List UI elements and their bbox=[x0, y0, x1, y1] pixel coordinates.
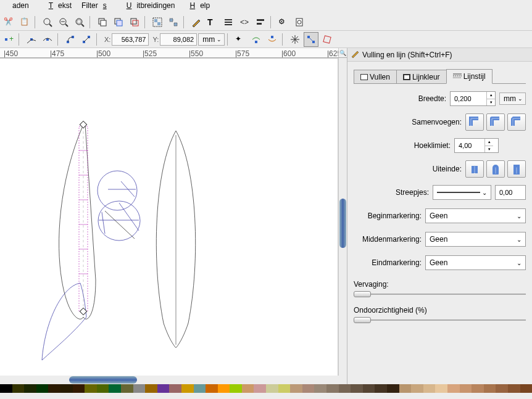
vertical-scrollbar[interactable] bbox=[338, 58, 347, 376]
zoom-fit-button[interactable] bbox=[56, 15, 71, 30]
color-swatch[interactable] bbox=[326, 384, 339, 393]
layers-button[interactable] bbox=[221, 15, 236, 30]
fill-stroke-button[interactable] bbox=[189, 15, 204, 30]
cut-button[interactable]: ✂️ bbox=[1, 15, 16, 30]
color-swatch[interactable] bbox=[0, 384, 12, 393]
text-button[interactable]: T bbox=[205, 15, 220, 30]
color-swatch[interactable] bbox=[133, 384, 146, 393]
group-button[interactable] bbox=[150, 15, 165, 30]
color-swatch[interactable] bbox=[242, 384, 254, 393]
menu-item[interactable]: aden bbox=[2, 0, 39, 14]
color-swatch[interactable] bbox=[145, 384, 157, 393]
align-button[interactable] bbox=[253, 15, 268, 30]
cap-butt-button[interactable] bbox=[465, 160, 484, 178]
transform-button[interactable] bbox=[288, 32, 302, 47]
color-swatch[interactable] bbox=[411, 384, 423, 393]
scrollbar-thumb[interactable] bbox=[69, 376, 137, 384]
color-swatch[interactable] bbox=[520, 384, 532, 393]
tab-fill[interactable]: Vullen bbox=[354, 70, 397, 83]
color-swatch[interactable] bbox=[12, 384, 25, 393]
color-swatch[interactable] bbox=[278, 384, 291, 393]
color-swatch[interactable] bbox=[447, 384, 460, 393]
show-handles-button[interactable] bbox=[304, 32, 318, 47]
color-swatch[interactable] bbox=[387, 384, 399, 393]
zoom-corner-button[interactable]: 🔍 bbox=[338, 48, 347, 58]
color-swatch[interactable] bbox=[109, 384, 121, 393]
color-swatch[interactable] bbox=[24, 384, 36, 393]
mask-edit-button[interactable] bbox=[265, 32, 280, 47]
drawing-canvas[interactable] bbox=[0, 58, 338, 376]
color-swatch[interactable] bbox=[181, 384, 194, 393]
color-swatch[interactable] bbox=[399, 384, 412, 393]
color-swatch[interactable] bbox=[266, 384, 278, 393]
color-swatch[interactable] bbox=[290, 384, 302, 393]
paste-button[interactable]: 📋 bbox=[17, 15, 32, 30]
color-swatch[interactable] bbox=[339, 384, 351, 393]
color-swatch[interactable] bbox=[85, 384, 97, 393]
menu-item-filters[interactable]: Filters bbox=[77, 0, 117, 14]
color-swatch[interactable] bbox=[314, 384, 326, 393]
width-unit-select[interactable]: mm bbox=[499, 93, 526, 105]
color-swatch[interactable] bbox=[484, 384, 496, 393]
horizontal-scrollbar[interactable] bbox=[0, 376, 347, 384]
color-swatch[interactable] bbox=[121, 384, 133, 393]
to-line-button[interactable] bbox=[79, 32, 94, 47]
unit-select[interactable]: mm bbox=[198, 33, 225, 46]
join-bevel-button[interactable] bbox=[507, 113, 526, 131]
show-outline-button[interactable] bbox=[320, 32, 335, 47]
duplicate-button[interactable] bbox=[95, 15, 110, 30]
to-curve-button[interactable] bbox=[63, 32, 78, 47]
opacity-slider[interactable] bbox=[354, 317, 526, 323]
color-swatch[interactable] bbox=[435, 384, 447, 393]
join-miter-button[interactable] bbox=[465, 113, 484, 131]
unlink-button[interactable] bbox=[127, 15, 142, 30]
marker-start-select[interactable]: Geen bbox=[425, 208, 526, 223]
color-swatch[interactable] bbox=[73, 384, 85, 393]
tab-stroke-style[interactable]: Lijnstijl bbox=[446, 69, 493, 84]
marker-mid-select[interactable]: Geen bbox=[425, 232, 526, 247]
dash-offset-input[interactable] bbox=[495, 185, 526, 200]
clone-button[interactable] bbox=[111, 15, 126, 30]
y-input[interactable] bbox=[160, 33, 197, 46]
color-swatch[interactable] bbox=[194, 384, 206, 393]
menu-item-tekst[interactable]: Tekst bbox=[39, 0, 77, 14]
zoom-1-button[interactable] bbox=[40, 15, 55, 30]
color-swatch[interactable] bbox=[169, 384, 181, 393]
color-swatch[interactable] bbox=[36, 384, 49, 393]
cap-round-button[interactable] bbox=[486, 160, 505, 178]
node-corner-button[interactable] bbox=[24, 32, 39, 47]
color-swatch[interactable] bbox=[206, 384, 218, 393]
color-swatch[interactable] bbox=[230, 384, 242, 393]
color-swatch[interactable] bbox=[460, 384, 472, 393]
x-input[interactable] bbox=[112, 33, 149, 46]
color-swatch[interactable] bbox=[472, 384, 484, 393]
color-swatch[interactable] bbox=[363, 384, 375, 393]
scrollbar-thumb[interactable] bbox=[339, 199, 346, 248]
dash-pattern-select[interactable] bbox=[433, 185, 491, 200]
stroke-width-input[interactable]: ▴▾ bbox=[450, 91, 496, 106]
color-swatch[interactable] bbox=[375, 384, 387, 393]
clip-edit-button[interactable] bbox=[249, 32, 264, 47]
prefs-button[interactable]: ⚙ bbox=[276, 15, 291, 30]
cap-square-button[interactable] bbox=[507, 160, 526, 178]
color-swatch[interactable] bbox=[302, 384, 315, 393]
blur-slider[interactable] bbox=[354, 291, 526, 297]
node-add-button[interactable]: + bbox=[1, 32, 16, 47]
menu-item-help[interactable]: Help bbox=[180, 0, 215, 14]
menu-item-uitbreidingen[interactable]: Uitbreidingen bbox=[117, 0, 180, 14]
marker-end-select[interactable]: Geen bbox=[425, 255, 526, 270]
color-swatch[interactable] bbox=[157, 384, 170, 393]
color-swatch[interactable] bbox=[496, 384, 508, 393]
color-swatch[interactable] bbox=[351, 384, 363, 393]
zoom-sel-button[interactable] bbox=[72, 15, 87, 30]
color-swatch[interactable] bbox=[60, 384, 73, 393]
path-effect-button[interactable]: ✦ bbox=[233, 32, 247, 47]
tab-stroke-color[interactable]: Lijnkleur bbox=[396, 70, 447, 83]
docprops-button[interactable] bbox=[292, 15, 307, 30]
horizontal-ruler[interactable]: |450 |475 |500 |525 |550 |575 |600 |625 … bbox=[0, 48, 347, 58]
miter-input[interactable]: ▴▾ bbox=[454, 138, 499, 153]
join-round-button[interactable] bbox=[486, 113, 505, 131]
color-swatch[interactable] bbox=[423, 384, 436, 393]
color-swatch[interactable] bbox=[218, 384, 230, 393]
xml-button[interactable]: <> bbox=[237, 15, 252, 30]
